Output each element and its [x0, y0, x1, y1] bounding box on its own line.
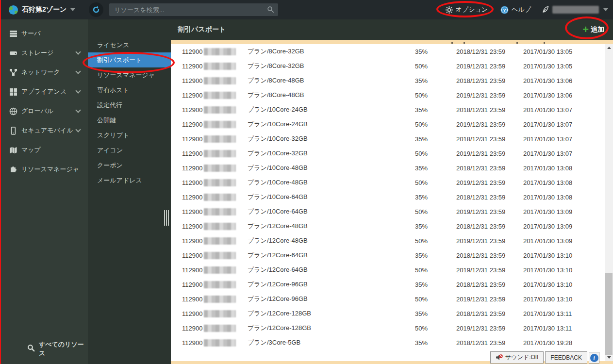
cell-id: 112900 — [182, 121, 248, 128]
cell-expires: 2019/12/31 23:59 — [456, 208, 523, 215]
cell-expires: 2018/12/31 23:59 — [456, 339, 523, 347]
table-row[interactable]: 112900 プラン/10Core-48GB 50% 2019/12/31 23… — [171, 175, 605, 190]
subsidebar-item[interactable]: クーポン — [88, 158, 171, 173]
cell-discount: 50% — [415, 63, 456, 70]
sidebar-item-label: マップ — [21, 146, 41, 154]
account-menu[interactable] — [542, 6, 599, 14]
zone-caret-icon[interactable] — [70, 8, 75, 11]
table-row[interactable]: 112900 プラン/12Core-128GB 35% 2018/12/31 2… — [171, 306, 605, 321]
table-row[interactable]: 112900 プラン/10Core-64GB 50% 2019/12/31 23… — [171, 204, 605, 219]
cell-created: 2017/01/30 13:07 — [523, 135, 591, 143]
table-row[interactable]: 112900 プラン/10Core-24GB 35% 2018/12/31 23… — [171, 102, 605, 117]
scrollbar-thumb[interactable] — [605, 273, 613, 355]
sidebar-item[interactable]: マップ — [0, 140, 88, 160]
options-button[interactable]: オプション — [446, 5, 488, 14]
feedback-button[interactable]: FEEDBACK — [545, 351, 587, 364]
vertical-scrollbar[interactable] — [605, 44, 613, 361]
cell-expires: 2018/12/31 23:59 — [456, 48, 523, 55]
add-button[interactable]: + 追加 — [582, 19, 604, 40]
cell-plan: プラン/8Core-32GB — [248, 62, 415, 70]
sidebar-item[interactable]: ストレージ — [0, 43, 88, 63]
cell-id: 112900 — [182, 92, 248, 99]
cell-created: 2017/01/30 13:10 — [523, 252, 591, 259]
help-button[interactable]: ? ヘルプ — [500, 5, 531, 14]
search-icon[interactable] — [267, 6, 274, 15]
sidebar-resize-handle[interactable] — [164, 210, 170, 226]
table-row[interactable]: 112900 プラン/10Core-24GB 50% 2019/12/31 23… — [171, 117, 605, 132]
cell-plan: プラン/10Core-32GB — [248, 149, 415, 158]
cell-expires: 2018/12/31 23:59 — [456, 223, 523, 230]
refresh-button[interactable] — [89, 2, 103, 17]
subsidebar-item[interactable]: スクリプト — [88, 128, 171, 143]
table-row[interactable]: 112900 プラン/10Core-48GB 35% 2018/12/31 23… — [171, 161, 605, 175]
cell-created: 2017/01/30 13:09 — [523, 223, 591, 230]
cell-id: 112900 — [182, 252, 248, 259]
table-row[interactable]: 112900 プラン/12Core-64GB 50% 2019/12/31 23… — [171, 263, 605, 277]
cell-expires: 2019/12/31 23:59 — [456, 150, 523, 157]
redacted-id — [204, 223, 236, 230]
table-row[interactable]: 112900 プラン/12Core-48GB 35% 2018/12/31 23… — [171, 219, 605, 233]
cell-expires: 2019/12/31 23:59 — [456, 63, 523, 70]
sidebar-item-icon — [9, 68, 17, 77]
table-row[interactable]: 112900 プラン/12Core-48GB 50% 2019/12/31 23… — [171, 233, 605, 248]
subsidebar-item[interactable]: 専有ホスト — [88, 83, 171, 98]
account-caret-icon[interactable] — [603, 8, 608, 11]
sidebar-item[interactable]: ネットワーク — [0, 63, 88, 82]
subsidebar-item[interactable]: 公開鍵 — [88, 113, 171, 128]
feedback-label: FEEDBACK — [550, 354, 582, 361]
table-row[interactable]: 112900 プラン/8Core-48GB 35% 2018/12/31 23:… — [171, 73, 605, 88]
info-button[interactable]: i — [589, 352, 599, 364]
cell-created: 2017/01/30 13:08 — [523, 165, 591, 172]
svg-text:?: ? — [503, 7, 506, 13]
all-resources-button[interactable]: すべてのリソース — [0, 340, 88, 358]
redacted-id — [204, 252, 236, 259]
cell-created: 2017/01/30 13:05 — [523, 48, 591, 55]
subsidebar-item[interactable]: アイコン — [88, 143, 171, 158]
search-input[interactable] — [109, 6, 262, 14]
table-row[interactable]: 112900 プラン/12Core-96GB 50% 2019/12/31 23… — [171, 292, 605, 306]
cell-created: 2017/01/30 13:11 — [523, 325, 591, 332]
sidebar-item[interactable]: サーバ — [0, 24, 88, 43]
resource-search — [109, 3, 278, 16]
sidebar-item[interactable]: セキュアモバイル — [0, 121, 88, 140]
sound-toggle-button[interactable]: サウンド:Off — [490, 351, 544, 364]
cell-discount: 35% — [415, 339, 456, 347]
table-row[interactable]: 112900 プラン/10Core-32GB 50% 2019/12/31 23… — [171, 146, 605, 161]
table-header-strip — [171, 40, 613, 44]
sidebar-item-icon — [9, 165, 17, 174]
subsidebar-item[interactable]: ライセンス — [88, 37, 171, 52]
table-row[interactable]: 112900 プラン/8Core-48GB 50% 2019/12/31 23:… — [171, 88, 605, 102]
cell-expires: 2019/12/31 23:59 — [456, 121, 523, 128]
table-row[interactable]: 112900 プラン/3Core-5GB 35% 2018/12/31 23:5… — [171, 335, 605, 350]
table-row[interactable]: 112900 プラン/10Core-32GB 35% 2018/12/31 23… — [171, 132, 605, 146]
table-row[interactable]: 112900 プラン/12Core-64GB 35% 2018/12/31 23… — [171, 248, 605, 263]
cell-created: 2017/01/30 13:09 — [523, 237, 591, 245]
cell-plan: プラン/12Core-96GB — [248, 295, 415, 303]
sidebar-item[interactable]: アプライアンス — [0, 82, 88, 101]
sidebar-item[interactable]: リソースマネージャ — [0, 160, 88, 179]
subsidebar-item[interactable]: リソースマネージャ — [88, 67, 171, 83]
scroll-down-arrow[interactable] — [605, 354, 613, 361]
cell-plan: プラン/12Core-64GB — [248, 251, 415, 260]
table-row[interactable]: 112900 プラン/8Core-32GB 35% 2018/12/31 23:… — [171, 44, 605, 59]
cell-id: 112900 — [182, 223, 248, 230]
zone-selector[interactable]: 石狩第2ゾーン — [22, 5, 66, 14]
table-row[interactable]: 112900 プラン/12Core-128GB 50% 2019/12/31 2… — [171, 321, 605, 335]
cell-created: 2017/01/30 13:10 — [523, 281, 591, 288]
table-row[interactable]: 112900 プラン/8Core-32GB 50% 2019/12/31 23:… — [171, 59, 605, 73]
subsidebar-item[interactable]: 割引パスポート — [88, 52, 171, 67]
chevron-down-icon — [75, 127, 81, 132]
scroll-up-arrow[interactable] — [605, 44, 613, 51]
redacted-id — [204, 281, 236, 288]
table-row[interactable]: 112900 プラン/12Core-96GB 35% 2018/12/31 23… — [171, 277, 605, 292]
cell-plan: プラン/10Core-24GB — [248, 120, 415, 129]
subsidebar-item[interactable]: 設定代行 — [88, 98, 171, 113]
table-row[interactable]: 112900 プラン/10Core-64GB 35% 2018/12/31 23… — [171, 190, 605, 204]
sidebar-item[interactable]: グローバル — [0, 101, 88, 121]
sidebar-item-icon — [9, 49, 17, 57]
subsidebar-item[interactable]: メールアドレス — [88, 173, 171, 188]
top-bar-right: オプション ? ヘルプ — [446, 0, 608, 19]
cell-id: 112900 — [182, 194, 248, 201]
cell-id: 112900 — [182, 281, 248, 288]
top-bar: 石狩第2ゾーン オプション ? ヘルプ — [0, 0, 613, 19]
